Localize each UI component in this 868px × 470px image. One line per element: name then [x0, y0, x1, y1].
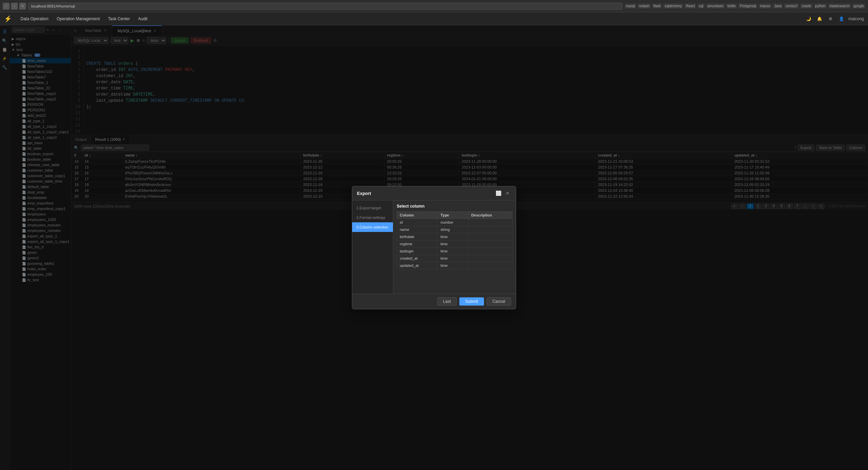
- col-type: number: [438, 219, 469, 226]
- theme-toggle[interactable]: 🌙: [805, 15, 813, 23]
- modal-steps: 1.Export target 2.Format settings 3.Colu…: [352, 200, 393, 294]
- col-row: created_at time: [397, 255, 512, 262]
- browser-bar: ‹ › ↻ localhost:8081/#/home/sql mysql re…: [0, 0, 868, 12]
- bookmark-react[interactable]: React: [685, 3, 696, 9]
- modal-minimize-btn[interactable]: ⬜: [494, 190, 503, 197]
- modal-submit-btn[interactable]: Submit: [459, 297, 484, 306]
- col-type: string: [438, 226, 469, 233]
- col-row: name string: [397, 226, 512, 233]
- modal-title: Export: [357, 191, 371, 196]
- modal-content-area: Select column Column Type Description id…: [393, 200, 516, 294]
- reload-btn[interactable]: ↻: [19, 3, 26, 10]
- modal-body: 1.Export target 2.Format settings 3.Colu…: [352, 200, 516, 294]
- col-type: time: [438, 262, 469, 269]
- modal-cancel-btn[interactable]: Cancel: [487, 297, 511, 306]
- col-type: time: [438, 233, 469, 240]
- app-menu: Data Operation Operation Management Task…: [17, 15, 151, 23]
- col-name: lastlogin: [397, 248, 438, 255]
- col-description: [468, 255, 512, 262]
- app-logo: ⚡: [4, 15, 12, 23]
- export-modal: Export ⬜ ✕ 1.Export target 2.Format sett…: [352, 186, 516, 309]
- forward-btn[interactable]: ›: [11, 3, 18, 10]
- bookmark-centos7[interactable]: centos7: [784, 3, 799, 9]
- col-row: regtime time: [397, 240, 512, 248]
- column-select-table: Column Type Description id number name s…: [397, 211, 512, 269]
- bookmark-sql[interactable]: sql: [698, 3, 705, 9]
- col-name: birthdate: [397, 233, 438, 240]
- app-topbar: ⚡ Data Operation Operation Management Ta…: [0, 12, 868, 25]
- bookmark-kettle[interactable]: kettle: [726, 3, 737, 9]
- bookmark-mysql[interactable]: mysql: [625, 3, 636, 9]
- menu-audit[interactable]: Audit: [135, 15, 151, 23]
- bookmark-macos[interactable]: macos: [759, 3, 771, 9]
- menu-operation-management[interactable]: Operation Management: [53, 15, 103, 23]
- bookmark-postgresql[interactable]: Postgresql: [738, 3, 757, 9]
- col-description: [468, 233, 512, 240]
- col-type: time: [438, 240, 469, 248]
- address-bar[interactable]: localhost:8081/#/home/sql: [28, 3, 623, 10]
- notifications-btn[interactable]: 🔔: [816, 15, 824, 23]
- back-btn[interactable]: ‹: [3, 3, 10, 10]
- modal-footer: Last Submit Cancel: [352, 294, 516, 309]
- modal-header: Export ⬜ ✕: [352, 186, 516, 200]
- col-row: birthdate time: [397, 233, 512, 240]
- col-description: [468, 226, 512, 233]
- modal-step-3[interactable]: 3.Column selection: [352, 222, 393, 232]
- col-type: time: [438, 255, 469, 262]
- bookmark-elasticsearch[interactable]: elasticsearch: [828, 3, 851, 9]
- menu-task-center[interactable]: Task Center: [104, 15, 133, 23]
- topbar-right: 🌙 🔔 ⚙ 👤 maicong: [805, 15, 864, 23]
- col-description: [468, 262, 512, 269]
- bookmark-redash[interactable]: redash: [638, 3, 651, 9]
- bookmark-sqlalchemy[interactable]: sqlalchemy: [663, 3, 683, 9]
- bookmark-flask[interactable]: flask: [652, 3, 662, 9]
- modal-last-btn[interactable]: Last: [437, 297, 457, 306]
- bookmark-amundsen[interactable]: amundsen: [706, 3, 725, 9]
- modal-overlay[interactable]: Export ⬜ ✕ 1.Export target 2.Format sett…: [0, 25, 868, 470]
- col-description: [468, 219, 512, 226]
- col-name: regtime: [397, 240, 438, 248]
- modal-header-buttons: ⬜ ✕: [494, 190, 511, 197]
- browser-bookmarks: mysql redash flask sqlalchemy React sql …: [625, 3, 865, 9]
- modal-step-1[interactable]: 1.Export target: [352, 203, 393, 213]
- settings-icon[interactable]: ⚙: [827, 15, 835, 23]
- username: maicong: [848, 16, 864, 21]
- col-table-header-description: Description: [468, 212, 512, 219]
- col-name: created_at: [397, 255, 438, 262]
- col-row: lastlogin time: [397, 248, 512, 255]
- col-name: id: [397, 219, 438, 226]
- bookmark-python[interactable]: python: [814, 3, 827, 9]
- menu-data-operation[interactable]: Data Operation: [17, 15, 52, 23]
- col-description: [468, 240, 512, 248]
- col-row: updated_at time: [397, 262, 512, 269]
- col-type: time: [438, 248, 469, 255]
- col-table-header-type: Type: [438, 212, 469, 219]
- bookmark-google[interactable]: google: [852, 3, 865, 9]
- col-description: [468, 248, 512, 255]
- col-row: id number: [397, 219, 512, 226]
- col-name: updated_at: [397, 262, 438, 269]
- browser-controls: ‹ › ↻: [3, 3, 26, 10]
- user-icon[interactable]: 👤: [838, 15, 846, 23]
- modal-content-title: Select column: [397, 204, 512, 209]
- bookmark-java[interactable]: Java: [773, 3, 783, 9]
- col-name: name: [397, 226, 438, 233]
- col-table-header-column: Column: [397, 212, 438, 219]
- bookmark-oracle[interactable]: oracle: [800, 3, 812, 9]
- modal-close-btn[interactable]: ✕: [504, 190, 511, 197]
- modal-step-2[interactable]: 2.Format settings: [352, 213, 393, 222]
